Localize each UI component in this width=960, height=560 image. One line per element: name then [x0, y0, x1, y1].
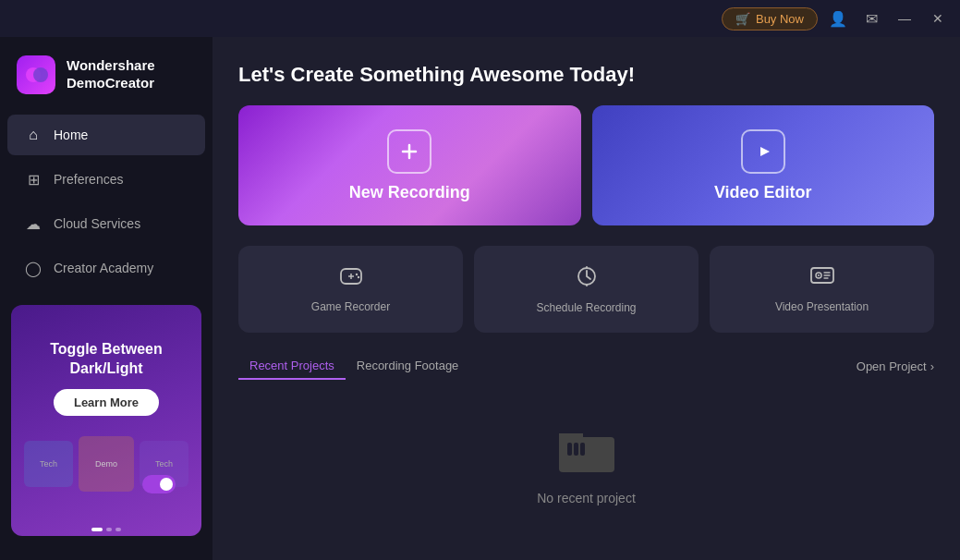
close-button[interactable]: ✕	[925, 6, 951, 31]
video-editor-label: Video Editor	[714, 183, 812, 202]
promo-card: Toggle Between Dark/Light Learn More Tec…	[11, 305, 201, 536]
tabs-row: Recent Projects Recording Footage Open P…	[238, 353, 934, 380]
content-area: Let's Create Something Awesome Today! Ne…	[213, 37, 960, 560]
home-icon: ⌂	[24, 126, 43, 144]
svg-point-1	[33, 67, 48, 82]
game-recorder-card[interactable]: Game Recorder	[238, 246, 463, 333]
game-recorder-label: Game Recorder	[311, 300, 390, 313]
promo-dots	[91, 528, 121, 531]
app-name: WondershareDemoCreator	[67, 57, 155, 92]
page-title: Let's Create Something Awesome Today!	[238, 63, 934, 87]
promo-dot-3	[115, 528, 121, 531]
schedule-recording-icon	[575, 264, 599, 294]
mail-icon[interactable]: ✉	[858, 6, 884, 31]
new-recording-card[interactable]: New Recording	[238, 105, 581, 225]
main-layout: WondershareDemoCreator ⌂ Home ⊞ Preferen…	[0, 37, 960, 560]
promo-img-small: Tech	[24, 441, 73, 487]
tab-recording-footage[interactable]: Recording Footage	[346, 353, 470, 380]
svg-point-9	[357, 276, 358, 278]
svg-point-15	[818, 274, 820, 276]
app-logo-icon	[17, 55, 55, 94]
video-editor-card[interactable]: Video Editor	[592, 105, 935, 225]
schedule-recording-card[interactable]: Schedule Recording	[474, 246, 699, 333]
svg-rect-18	[567, 443, 572, 456]
promo-images: Tech Demo Tech	[24, 427, 188, 501]
buy-now-button[interactable]: 🛒 Buy Now	[722, 7, 818, 30]
svg-marker-4	[760, 147, 770, 156]
sidebar-item-preferences[interactable]: ⊞ Preferences	[7, 159, 205, 200]
svg-rect-19	[574, 443, 578, 456]
promo-dot-1	[91, 528, 103, 531]
empty-state: No recent project	[238, 395, 934, 533]
video-presentation-label: Video Presentation	[775, 300, 869, 313]
sidebar-item-home[interactable]: ⌂ Home	[7, 115, 205, 155]
cloud-icon: ☁	[24, 214, 43, 233]
minimize-button[interactable]: —	[892, 6, 917, 31]
dark-light-toggle[interactable]	[142, 475, 176, 493]
video-editor-icon	[741, 129, 785, 174]
empty-state-text: No recent project	[537, 491, 636, 505]
new-recording-label: New Recording	[349, 183, 470, 202]
promo-img-main: Demo	[79, 436, 134, 492]
svg-point-8	[355, 274, 357, 275]
game-recorder-icon	[338, 265, 364, 293]
titlebar: 🛒 Buy Now 👤 ✉ — ✕	[0, 0, 960, 37]
account-icon[interactable]: 👤	[825, 6, 851, 31]
schedule-recording-label: Schedule Recording	[536, 301, 636, 314]
video-presentation-card[interactable]: Video Presentation	[710, 246, 934, 333]
small-action-grid: Game Recorder Schedule Recording	[238, 246, 934, 333]
cart-icon: 🛒	[735, 12, 750, 26]
svg-rect-20	[580, 443, 585, 456]
sidebar-item-cloud-services[interactable]: ☁ Cloud Services	[7, 203, 205, 244]
preferences-icon: ⊞	[24, 170, 43, 189]
svg-point-12	[586, 285, 588, 286]
video-presentation-icon	[809, 265, 835, 293]
chevron-right-icon: ›	[930, 359, 934, 373]
promo-learn-more-button[interactable]: Learn More	[54, 389, 159, 416]
sidebar-item-creator-academy[interactable]: ◯ Creator Academy	[7, 248, 205, 288]
svg-rect-17	[559, 433, 583, 443]
toggle-circle	[160, 478, 173, 491]
logo-area: WondershareDemoCreator	[0, 46, 213, 113]
open-project-button[interactable]: Open Project ›	[857, 359, 934, 373]
folder-icon	[554, 422, 619, 478]
new-recording-icon	[387, 129, 431, 174]
large-action-grid: New Recording Video Editor	[238, 105, 934, 225]
svg-point-11	[586, 266, 588, 268]
tabs: Recent Projects Recording Footage	[238, 353, 469, 380]
promo-title: Toggle Between Dark/Light	[24, 340, 188, 379]
sidebar: WondershareDemoCreator ⌂ Home ⊞ Preferen…	[0, 37, 213, 560]
promo-dot-2	[106, 528, 112, 531]
tab-recent-projects[interactable]: Recent Projects	[238, 353, 346, 380]
academy-icon: ◯	[24, 259, 43, 277]
